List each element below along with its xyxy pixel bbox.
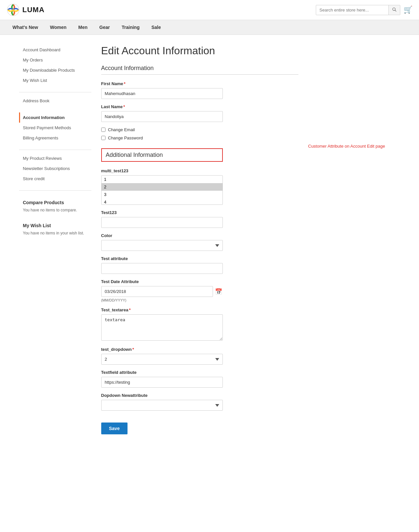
search-button[interactable] [388,5,400,15]
sidebar-item-my-downloadable-products[interactable]: My Downloadable Products [19,65,91,75]
sidebar-item-store-credit[interactable]: Store credit [19,174,91,184]
additional-info-section: Additional Information multi_test123 1 2… [101,148,298,434]
compare-text: You have no items to compare. [19,206,91,214]
sidebar-divider-2 [19,150,91,150]
wishlist-heading: My Wish List [19,220,91,230]
save-button[interactable]: Save [101,423,128,434]
account-info-title: Account Information [101,65,298,75]
svg-point-1 [393,8,395,10]
sidebar-review-section: My Product Reviews Newsletter Subscripti… [19,153,91,184]
wishlist-text: You have no items in your wish list. [19,230,91,237]
last-name-input[interactable] [101,111,223,122]
test-textarea-input[interactable]: textarea [101,314,223,341]
test-dropdown-required: * [132,347,134,352]
cart-icon[interactable]: 🛒 [404,6,412,14]
page-title: Edit Account Information [101,45,400,57]
change-email-checkbox[interactable] [101,128,105,132]
nav-item-whats-new[interactable]: What's New [7,20,44,35]
content: Edit Account Information Account Informa… [101,45,400,434]
sidebar-item-account-dashboard[interactable]: Account Dashboard [19,45,91,55]
header-right: 🛒 [316,5,412,15]
test123-label: Test123 [101,210,298,215]
sidebar: Account Dashboard My Orders My Downloada… [19,45,91,434]
additional-info-box: Additional Information [101,148,223,162]
main-container: Account Dashboard My Orders My Downloada… [12,35,407,444]
change-password-checkbox[interactable] [101,136,105,140]
nav-item-gear[interactable]: Gear [93,20,116,35]
nav-item-sale[interactable]: Sale [146,20,167,35]
sidebar-item-account-information[interactable]: Account Information [19,112,91,123]
sidebar-item-newsletter[interactable]: Newsletter Subscriptions [19,163,91,174]
color-group: Color [101,233,298,251]
test123-input[interactable] [101,217,223,228]
sidebar-account-info-section: Account Information Stored Payment Metho… [19,112,91,143]
last-name-required: * [123,104,125,109]
sidebar-account-section: Account Dashboard My Orders My Downloada… [19,45,91,85]
multi-option-3[interactable]: 3 [102,191,222,198]
first-name-group: First Name* [101,81,298,99]
first-name-label: First Name* [101,81,298,86]
test-date-label: Test Date Attribute [101,279,298,284]
svg-line-2 [395,10,396,11]
change-email-label[interactable]: Change Email [108,127,135,132]
test-dropdown-label: test_dropdown* [101,347,298,352]
search-input[interactable] [316,6,388,14]
test-attribute-input[interactable] [101,263,223,274]
sidebar-address-section: Address Book [19,96,91,106]
change-password-label[interactable]: Change Password [108,135,143,140]
sidebar-item-billing-agreements[interactable]: Billing Agreements [19,133,91,143]
multi-option-2[interactable]: 2 [102,183,222,191]
wishlist-section: My Wish List You have no items in your w… [19,220,91,237]
sidebar-item-my-orders[interactable]: My Orders [19,55,91,65]
test-attribute-group: Test attribute [101,256,298,274]
first-name-input[interactable] [101,88,223,99]
search-icon [392,7,397,12]
test-date-input[interactable] [101,286,213,297]
logo-icon [7,3,20,16]
first-name-required: * [124,81,126,86]
sidebar-item-my-wish-list[interactable]: My Wish List [19,75,91,85]
multi-option-4[interactable]: 4 [102,198,222,205]
date-hint: (MM/DD/YYYY) [101,298,298,302]
search-box [316,5,400,15]
dropdown-newattr-group: Dopdown Newattribute Option 1 Option 2 [101,393,298,411]
test-dropdown-group: test_dropdown* 1 2 3 [101,347,298,365]
multi-test123-group: multi_test123 1 2 3 4 [101,168,298,205]
calendar-icon[interactable]: 📅 [215,288,222,295]
logo-text: LUMA [22,6,45,14]
textfield-attr-input[interactable] [101,377,223,388]
nav-item-men[interactable]: Men [72,20,93,35]
form-area: Account Information First Name* Last Nam… [101,65,298,434]
color-select[interactable] [101,240,223,251]
logo: LUMA [7,3,45,16]
header: LUMA 🛒 [0,0,419,20]
multi-option-1[interactable]: 1 [102,176,222,183]
main-nav: What's New Women Men Gear Training Sale [0,20,419,35]
last-name-label: Last Name* [101,104,298,109]
change-email-group: Change Email [101,127,298,132]
color-label: Color [101,233,298,238]
test-dropdown-select[interactable]: 1 2 3 [101,354,223,365]
test-attribute-label: Test attribute [101,256,298,261]
nav-item-women[interactable]: Women [44,20,72,35]
dropdown-newattr-label: Dopdown Newattribute [101,393,298,398]
nav-item-training[interactable]: Training [116,20,145,35]
test-textarea-required: * [129,307,130,312]
dropdown-newattr-select[interactable]: Option 1 Option 2 [101,400,223,411]
test-textarea-group: Test_textarea* textarea [101,307,298,342]
test-textarea-label: Test_textarea* [101,307,298,312]
sidebar-item-address-book[interactable]: Address Book [19,96,91,106]
additional-info-title: Additional Information [106,152,163,158]
compare-heading: Compare Products [19,197,91,206]
sidebar-item-product-reviews[interactable]: My Product Reviews [19,153,91,163]
textfield-attr-group: Textfield attribute [101,370,298,388]
sidebar-divider-1 [19,92,91,92]
change-password-group: Change Password [101,135,298,140]
test-date-group: Test Date Attribute 📅 (MM/DD/YYYY) [101,279,298,302]
multi-test123-select[interactable]: 1 2 3 4 [101,175,223,205]
account-info-section: Account Information First Name* Last Nam… [101,65,298,140]
last-name-group: Last Name* [101,104,298,122]
sidebar-item-stored-payment[interactable]: Stored Payment Methods [19,123,91,133]
customer-attr-note: Customer Attribute on Account Edit page [308,144,400,149]
test123-group: Test123 [101,210,298,228]
